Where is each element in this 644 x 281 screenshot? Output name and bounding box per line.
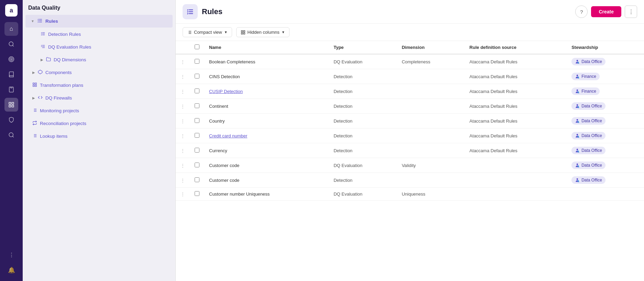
hidden-columns-button[interactable]: Hidden columns ▼: [236, 27, 290, 37]
home-nav-icon[interactable]: ⌂: [4, 22, 18, 36]
row-type: DQ Evaluation: [329, 54, 397, 69]
row-stewardship: Data Office: [567, 114, 644, 128]
svg-point-10: [9, 133, 13, 137]
table-row: ⋮ Credit card number Detection Ataccama …: [176, 128, 644, 143]
select-all-checkbox[interactable]: [195, 44, 199, 49]
stewardship-badge: Data Office: [571, 176, 605, 184]
row-checkbox-cell: [190, 69, 204, 84]
stewardship-badge: Data Office: [571, 162, 605, 169]
svg-line-11: [12, 136, 13, 137]
svg-point-4: [11, 59, 12, 60]
sidebar-item-dq-firewalls[interactable]: ▶ DQ Firewalls: [25, 92, 173, 104]
row-stewardship: Data Office: [567, 54, 644, 69]
row-source: Ataccama Default Rules: [465, 143, 567, 158]
compact-view-icon: [187, 30, 192, 35]
row-checkbox[interactable]: [195, 118, 199, 123]
row-menu[interactable]: ⋮: [176, 84, 190, 99]
sidebar-monitoring-label: Monitoring projects: [40, 108, 79, 113]
sidebar-item-lookup-items[interactable]: Lookup items: [25, 130, 173, 142]
clipboard-nav-icon[interactable]: [4, 83, 18, 96]
chart-nav-icon[interactable]: [4, 98, 18, 112]
sidebar-rules-label: Rules: [45, 19, 58, 24]
svg-rect-5: [11, 87, 12, 88]
row-stewardship: Finance: [567, 84, 644, 99]
stewardship-icon: [575, 89, 580, 94]
shield-nav-icon[interactable]: [4, 113, 18, 127]
svg-point-0: [9, 42, 13, 46]
create-button[interactable]: Create: [591, 6, 621, 17]
dots-nav-icon[interactable]: ⋮: [4, 248, 18, 262]
row-source: Ataccama Default Rules: [465, 99, 567, 114]
sidebar-item-dq-eval-rules[interactable]: DQ Evaluation Rules: [25, 41, 173, 53]
svg-point-57: [577, 104, 578, 106]
row-checkbox[interactable]: [195, 103, 199, 108]
row-type: Detection: [329, 99, 397, 114]
row-checkbox[interactable]: [195, 163, 199, 167]
row-menu[interactable]: ⋮: [176, 188, 190, 201]
row-menu[interactable]: ⋮: [176, 69, 190, 84]
row-name[interactable]: Credit card number: [204, 128, 329, 143]
more-options-button[interactable]: ⋮: [625, 6, 637, 18]
table-toolbar: Compact view ▼ Hidden columns ▼: [176, 24, 644, 41]
row-checkbox[interactable]: [195, 148, 199, 153]
compact-view-button[interactable]: Compact view ▼: [183, 27, 232, 37]
sidebar-item-rules[interactable]: ▼ Rules: [25, 15, 173, 28]
sidebar-item-transformation-plans[interactable]: Transformation plans: [25, 79, 173, 91]
row-checkbox[interactable]: [195, 74, 199, 79]
search2-nav-icon[interactable]: [4, 128, 18, 142]
table-row: ⋮ Continent Detection Ataccama Default R…: [176, 99, 644, 114]
sidebar: Data Quality ▼ Rules Detection Rules DQ …: [23, 0, 176, 281]
comp-expand-icon: ▶: [32, 71, 35, 74]
stewardship-badge: Data Office: [571, 132, 605, 139]
row-menu[interactable]: ⋮: [176, 99, 190, 114]
compact-view-chevron-icon: ▼: [224, 30, 228, 34]
sidebar-transformation-label: Transformation plans: [40, 83, 83, 88]
row-checkbox[interactable]: [195, 133, 199, 138]
stewardship-icon: [575, 148, 580, 153]
sidebar-item-monitoring-projects[interactable]: Monitoring projects: [25, 105, 173, 117]
row-checkbox[interactable]: [195, 59, 199, 64]
stewardship-icon: [575, 163, 580, 168]
stewardship-icon: [575, 104, 580, 108]
svg-rect-8: [12, 105, 14, 107]
row-menu[interactable]: ⋮: [176, 114, 190, 128]
sidebar-item-reconciliation-projects[interactable]: Reconciliation projects: [25, 117, 173, 129]
row-checkbox[interactable]: [195, 191, 199, 196]
row-checkbox[interactable]: [195, 89, 199, 93]
col-dimension: Dimension: [397, 41, 465, 54]
row-menu[interactable]: ⋮: [176, 158, 190, 173]
row-menu[interactable]: ⋮: [176, 54, 190, 69]
col-type: Type: [329, 41, 397, 54]
row-source: Ataccama Default Rules: [465, 69, 567, 84]
svg-point-61: [577, 134, 578, 136]
compact-view-label: Compact view: [194, 30, 222, 35]
search-nav-icon[interactable]: [4, 37, 18, 51]
row-menu[interactable]: ⋮: [176, 128, 190, 143]
svg-rect-23: [35, 83, 36, 84]
sidebar-dq-eval-label: DQ Evaluation Rules: [48, 44, 91, 50]
sidebar-components-label: Components: [45, 70, 72, 75]
svg-point-63: [577, 149, 578, 150]
monitor-icon: [32, 108, 37, 114]
app-logo: a: [5, 4, 18, 17]
sidebar-item-detection-rules[interactable]: Detection Rules: [25, 28, 173, 40]
row-stewardship: Data Office: [567, 173, 644, 188]
svg-rect-24: [33, 85, 34, 86]
bell-nav-icon[interactable]: 🔔: [4, 263, 18, 277]
sidebar-title: Data Quality: [28, 5, 60, 11]
row-name[interactable]: CUSIP Detection: [204, 84, 329, 99]
expand-arrow-icon: ▼: [31, 19, 34, 23]
rules-table-container: Name Type Dimension Rule definition sour…: [176, 41, 644, 281]
row-checkbox-cell: [190, 158, 204, 173]
detection-icon: [41, 31, 45, 37]
book-nav-icon[interactable]: [4, 67, 18, 81]
row-menu[interactable]: ⋮: [176, 173, 190, 188]
stewardship-icon: [575, 178, 580, 183]
row-menu[interactable]: ⋮: [176, 143, 190, 158]
row-checkbox[interactable]: [195, 177, 199, 182]
target-nav-icon[interactable]: [4, 52, 18, 66]
rules-table: Name Type Dimension Rule definition sour…: [176, 41, 644, 201]
sidebar-item-components[interactable]: ▶ Components: [25, 66, 173, 79]
sidebar-item-dq-dimensions[interactable]: ▶ DQ Dimensions: [25, 54, 173, 66]
help-button[interactable]: ?: [575, 6, 588, 18]
